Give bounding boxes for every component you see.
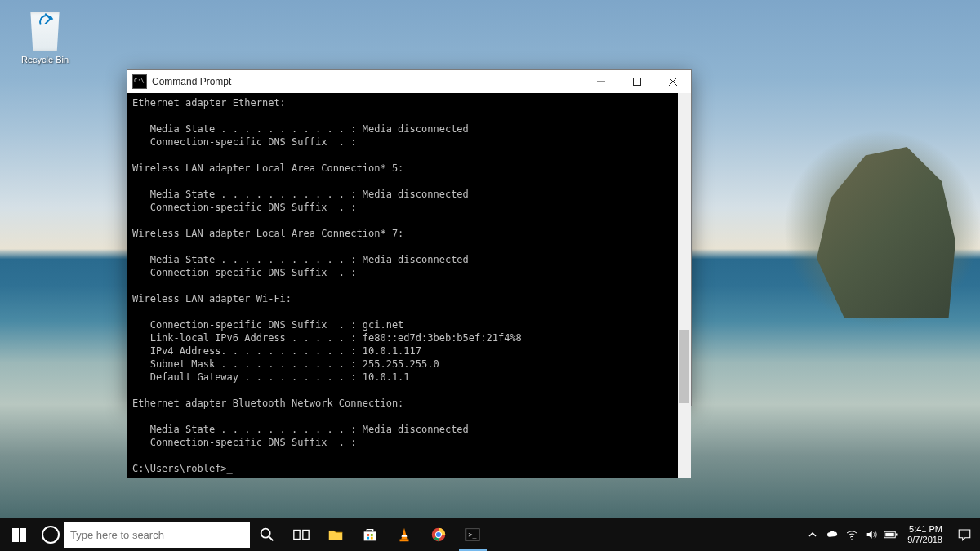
volume-icon[interactable] [862,518,881,551]
svg-rect-7 [371,537,373,540]
chrome-button[interactable] [421,518,456,551]
svg-text:>_: >_ [469,531,477,539]
clock-time: 5:41 PM [907,524,942,535]
taskbar[interactable]: >_ 5:41 PM 9/7/2018 [0,518,980,551]
action-center-button[interactable] [949,518,980,551]
svg-rect-5 [371,534,373,536]
recycle-bin-icon [28,12,62,51]
cortana-icon[interactable] [38,522,64,548]
window-title: Command Prompt [152,76,583,87]
maximize-button[interactable] [619,70,655,93]
system-tray[interactable]: 5:41 PM 9/7/2018 [803,518,980,551]
battery-icon[interactable] [881,518,901,551]
titlebar[interactable]: Command Prompt [127,70,691,93]
onedrive-icon[interactable] [822,518,842,551]
search-icon-button[interactable] [250,518,284,551]
svg-rect-0 [634,78,641,86]
svg-point-1 [261,529,270,538]
search-input[interactable] [64,529,250,541]
svg-rect-16 [896,534,898,536]
minimize-button[interactable] [583,70,619,93]
vlc-button[interactable] [387,518,421,551]
clock-date: 9/7/2018 [907,535,942,545]
svg-rect-2 [294,531,300,540]
wifi-icon[interactable] [842,518,862,551]
windows-logo-icon [12,528,26,542]
svg-rect-8 [400,540,409,542]
command-prompt-taskbar-button[interactable]: >_ [456,518,490,551]
wallpaper-rock [817,147,956,318]
microsoft-store-button[interactable] [353,518,387,551]
file-explorer-button[interactable] [318,518,353,551]
recycle-bin[interactable]: Recycle Bin [16,12,74,64]
svg-point-11 [436,532,441,537]
search-box[interactable] [38,522,250,548]
task-view-button[interactable] [284,518,318,551]
desktop[interactable]: Recycle Bin Command Prompt Ethernet adap… [0,0,980,518]
svg-rect-6 [367,537,369,540]
recycle-bin-label: Recycle Bin [16,55,74,64]
svg-rect-4 [367,534,369,536]
close-button[interactable] [655,70,691,93]
svg-rect-17 [885,533,894,537]
command-prompt-window[interactable]: Command Prompt Ethernet adapter Ethernet… [127,69,692,406]
cmd-icon [132,74,147,89]
start-button[interactable] [0,518,38,551]
clock[interactable]: 5:41 PM 9/7/2018 [901,524,949,545]
svg-point-14 [852,539,853,540]
tray-overflow-icon[interactable] [803,518,822,551]
scrollbar[interactable] [678,93,691,478]
scrollbar-thumb[interactable] [679,330,689,403]
terminal-output[interactable]: Ethernet adapter Ethernet: Media State .… [127,93,678,478]
svg-rect-3 [303,531,309,540]
